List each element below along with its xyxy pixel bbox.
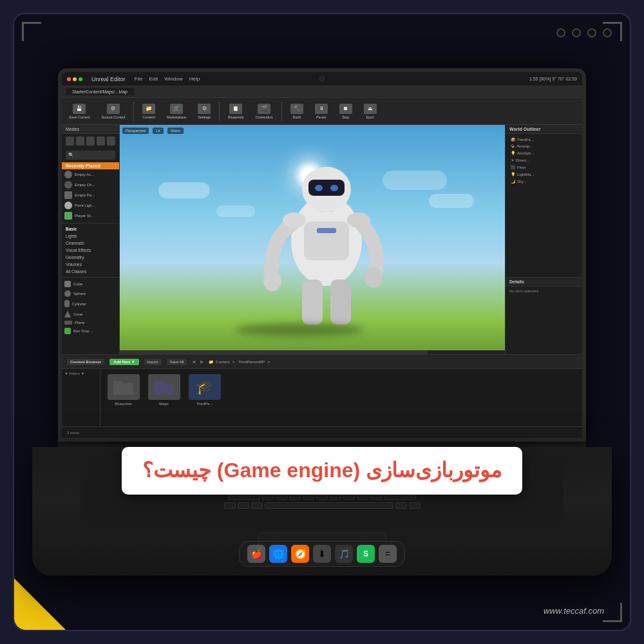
key-ctrl[interactable] <box>224 502 236 509</box>
key-cmd-r[interactable] <box>395 502 407 509</box>
key-space[interactable] <box>265 502 393 509</box>
pause-btn[interactable]: ⏸ Pause <box>312 102 331 121</box>
svg-rect-1 <box>304 222 349 260</box>
obj-empty-ch[interactable]: Empty Ch... <box>62 180 119 190</box>
dot-3 <box>587 28 596 37</box>
build-btn[interactable]: 🔨 Build <box>287 102 307 121</box>
content-browser-title: Content Browser <box>67 359 104 365</box>
svg-point-5 <box>315 185 323 191</box>
viewport-scrollbar[interactable] <box>120 350 505 354</box>
outliner-floor[interactable]: ⬛ Floor <box>506 164 582 171</box>
breadcrumb: 📁 Content ► ThirdPersonBP ► <box>209 359 271 364</box>
corner-br <box>603 603 622 622</box>
source-control-btn[interactable]: ⚙ Source Control <box>98 102 128 121</box>
marketplace-btn[interactable]: 🛒 Marketplace <box>164 102 189 121</box>
import-btn[interactable]: Import <box>144 359 162 365</box>
outliner-atmsph[interactable]: 💡 AtmSph... <box>506 149 582 156</box>
obj-point-light[interactable]: Point Ligh... <box>62 200 119 211</box>
viewport[interactable]: Perspective Lit Show <box>120 125 505 354</box>
cat-lights[interactable]: Lights <box>62 232 119 240</box>
obj-cube[interactable]: Cube <box>62 279 119 289</box>
details-header: Details <box>506 278 582 287</box>
perspective-btn[interactable]: Perspective <box>122 128 149 134</box>
save-current-btn[interactable]: 💾 Save Current <box>66 102 93 121</box>
dock-safari[interactable]: 🧭 <box>291 545 309 563</box>
menu-window[interactable]: Window <box>164 76 182 82</box>
dot-4 <box>603 28 612 37</box>
mode-icon-4[interactable] <box>97 137 105 146</box>
obj-sphere[interactable]: Sphere <box>62 289 119 298</box>
breadcrumb-third[interactable]: ThirdPersonBP <box>238 360 265 364</box>
cat-volumes[interactable]: Volumes <box>62 261 119 268</box>
minimize-dot[interactable] <box>73 77 77 81</box>
obj-plane[interactable]: Plane <box>62 319 119 326</box>
cinematics-btn[interactable]: 🎬 Cinematics <box>252 102 276 121</box>
menu-file[interactable]: File <box>135 76 143 82</box>
key-cmd[interactable] <box>251 502 263 509</box>
close-dot[interactable] <box>67 77 71 81</box>
obj-player-start[interactable]: Player St... <box>62 211 119 221</box>
content-btn[interactable]: 📁 Content <box>139 102 158 121</box>
outer-container: Unreal Editor File Edit Window Help 1:55… <box>13 13 631 631</box>
obj-empty-actor[interactable]: Empty Ac... <box>62 169 119 180</box>
outliner-sky[interactable]: 🌙 Sky... <box>506 178 582 185</box>
obj-empty-pa[interactable]: Empty Pa... <box>62 190 119 200</box>
dot-1 <box>556 28 565 37</box>
dock-music[interactable]: 🎵 <box>335 545 353 563</box>
eject-btn[interactable]: ⏏ Eject <box>361 102 380 121</box>
modes-search[interactable]: 🔍 <box>66 151 115 160</box>
outliner-thirdpe[interactable]: 📦 ThirdPe... <box>506 136 582 143</box>
settings-btn[interactable]: ⚙ Settings <box>194 102 214 121</box>
dock-download[interactable]: ⬇ <box>313 545 331 563</box>
cylinder-icon <box>64 300 70 307</box>
menu-help[interactable]: Help <box>189 76 200 82</box>
breadcrumb-sep-1: ► <box>232 360 236 364</box>
dock-other[interactable]: = <box>379 545 397 563</box>
dock-finder[interactable]: 🍎 <box>247 545 265 563</box>
asset-maps[interactable]: Maps <box>146 374 182 406</box>
add-new-btn[interactable]: Add New ▼ <box>109 359 138 365</box>
filter-bar[interactable]: ▼ Filters ▼ <box>62 369 100 426</box>
save-all-btn[interactable]: Save All <box>167 359 187 365</box>
maximize-dot[interactable] <box>79 77 82 81</box>
outliner-lightma[interactable]: 💡 LightMa... <box>506 171 582 178</box>
webcam-dot <box>319 76 325 81</box>
nav-arrow-right[interactable]: ▶ <box>200 359 204 365</box>
mode-icon-3[interactable] <box>86 137 95 146</box>
lit-btn[interactable]: Lit <box>153 128 163 134</box>
placement-categories: Basic Lights Cinematic Visual Effects Ge… <box>62 225 119 275</box>
mode-icon-5[interactable] <box>107 137 115 146</box>
asset-thirdperson[interactable]: 🎓 ThirdPe... <box>187 374 222 406</box>
breadcrumb-content[interactable]: Content <box>216 360 229 364</box>
mode-icon-1[interactable] <box>66 137 74 146</box>
mode-icon-2[interactable] <box>76 137 84 146</box>
asset-blueprints[interactable]: Blueprints <box>106 374 141 406</box>
active-tab[interactable]: StarterContent/Maps/...Map <box>66 88 134 95</box>
stop-btn[interactable]: ⏹ Stop <box>336 102 355 121</box>
build-icon: 🔨 <box>290 104 303 114</box>
cat-visual-effects[interactable]: Visual Effects <box>62 247 119 254</box>
cat-basic[interactable]: Basic <box>62 225 119 232</box>
obj-box-trioc[interactable]: Box Trioc... <box>62 327 119 336</box>
outliner-atmosp[interactable]: 🌤 Atmosp... <box>506 143 582 149</box>
obj-cone[interactable]: Cone <box>62 309 119 319</box>
dock-spotify[interactable]: S <box>357 545 375 563</box>
cat-all-classes[interactable]: All Classes <box>62 268 119 275</box>
status-bar-right: 1:55 [90%] 9° 70° 02:59 <box>529 77 577 81</box>
key-opt[interactable] <box>238 502 249 509</box>
key-opt-r[interactable] <box>409 502 421 509</box>
content-icon: 📁 <box>142 104 155 114</box>
laptop-hinge <box>58 442 586 447</box>
maps-thumb <box>148 374 180 400</box>
cat-cinematic[interactable]: Cinematic <box>62 240 119 247</box>
nav-arrow-left[interactable]: ◀ <box>192 359 195 365</box>
menu-edit[interactable]: Edit <box>149 76 158 82</box>
cat-geometry[interactable]: Geometry <box>62 254 119 261</box>
svg-rect-17 <box>154 381 164 384</box>
dock-chrome[interactable]: 🌐 <box>269 545 287 563</box>
blueprints-btn[interactable]: 📋 Blueprints <box>225 102 247 121</box>
outliner-direct[interactable]: ☀ Direct... <box>506 156 582 164</box>
obj-cylinder[interactable]: Cylinder <box>62 299 119 308</box>
show-btn[interactable]: Show <box>167 128 184 134</box>
dot-2 <box>572 28 581 37</box>
